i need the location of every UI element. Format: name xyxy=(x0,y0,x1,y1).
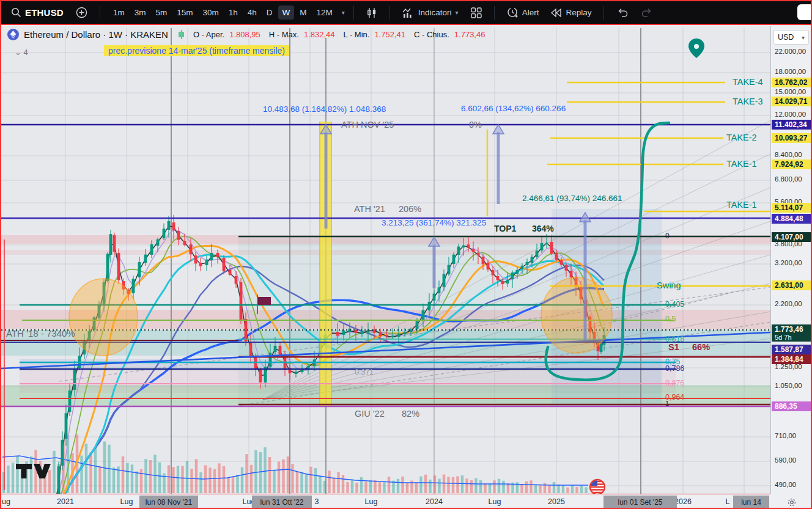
timeframe-W[interactable]: W xyxy=(278,5,295,20)
time-marker-label: lun 08 Nov '21 xyxy=(139,496,198,508)
axis-settings-corner[interactable] xyxy=(770,494,812,509)
price-label: 11.402,34 xyxy=(772,120,812,130)
redo-button[interactable] xyxy=(637,5,657,20)
candlestick-icon xyxy=(366,7,377,18)
toolbar-divider xyxy=(100,6,100,20)
chart-style-button[interactable] xyxy=(363,5,381,21)
time-tick: ug xyxy=(2,497,10,506)
price-tick: 2.200,00 xyxy=(775,300,802,307)
timeframe-D[interactable]: D xyxy=(262,5,277,20)
timeframe-4h[interactable]: 4h xyxy=(243,5,261,20)
time-marker-label: lun 31 Ott '22 xyxy=(252,496,312,508)
time-tick: L xyxy=(726,497,730,506)
ethereum-icon xyxy=(7,29,19,40)
symbol-search-button[interactable]: ETHUSD xyxy=(7,5,67,20)
timeframe-1m[interactable]: 1m xyxy=(109,5,129,20)
toolbar-divider xyxy=(603,6,604,20)
time-tick: Lug xyxy=(120,497,133,506)
gear-icon xyxy=(787,497,797,507)
compare-add-button[interactable] xyxy=(72,4,91,21)
timeframe-chevron-down-icon[interactable]: ▾ xyxy=(342,9,345,16)
toolbar-divider xyxy=(353,6,354,20)
price-tick: 490,00 xyxy=(775,481,796,488)
price-tick: 1.050,00 xyxy=(775,382,802,389)
close-label: C - Chius. xyxy=(414,30,449,39)
price-label: 1.384,84 xyxy=(772,354,812,364)
timeframe-3m[interactable]: 3m xyxy=(130,5,150,20)
time-axis[interactable]: ug2021LugLug3Lug2024Lug20252026Llun 08 N… xyxy=(1,494,770,509)
price-tick: 3.200,00 xyxy=(775,259,802,266)
indicators-icon xyxy=(402,7,415,18)
price-tick: 15.000,00 xyxy=(775,88,806,95)
search-icon xyxy=(11,7,21,18)
open-value: 1.808,95 xyxy=(229,30,260,39)
close-value: 1.773,46 xyxy=(454,30,485,39)
currency-label: USD xyxy=(778,33,794,42)
price-tick: 1.250,00 xyxy=(775,363,802,370)
price-label: 1.773,465d 7h xyxy=(772,324,812,342)
timeframe-30m[interactable]: 30m xyxy=(198,5,223,20)
replay-rewind-icon xyxy=(551,8,562,18)
timeframe-row: 1m3m5m15m30m1h4hDWM12M xyxy=(109,5,337,20)
toolbar-divider xyxy=(494,6,495,20)
bar-change-icon xyxy=(178,30,185,39)
time-tick: Lug xyxy=(365,497,378,506)
low-value: 1.752,41 xyxy=(374,30,405,39)
toolbar-divider xyxy=(389,6,390,20)
price-chart-canvas[interactable] xyxy=(1,1,812,509)
redo-icon xyxy=(641,8,653,18)
layout-grid-button[interactable] xyxy=(467,5,485,21)
price-label: 2.631,00 xyxy=(772,280,812,290)
price-label: 10.093,27 xyxy=(772,133,812,143)
timeframe-M[interactable]: M xyxy=(295,5,311,20)
timeframe-1h[interactable]: 1h xyxy=(224,5,242,20)
timeframe-15m[interactable]: 15m xyxy=(172,5,197,20)
object-tree-toggle[interactable]: ⌄ 4 xyxy=(15,48,28,57)
time-tick: 2021 xyxy=(57,497,74,506)
symbol-name: ETHUSD xyxy=(25,7,64,18)
timeframe-5m[interactable]: 5m xyxy=(151,5,171,20)
time-marker-label: lun 14 xyxy=(733,496,769,508)
price-label: 1.587,87 xyxy=(772,345,812,354)
undo-icon xyxy=(616,8,629,18)
indicators-chevron-down-icon: ▾ xyxy=(456,9,459,16)
timeframe-12M[interactable]: 12M xyxy=(312,5,337,20)
low-label: L - Min. xyxy=(344,30,370,39)
open-label: O - Aper. xyxy=(193,30,224,39)
forecast-note-label[interactable]: prec.previsione 14-mar'25 (timeframe men… xyxy=(104,45,289,56)
high-label: H - Max. xyxy=(269,30,299,39)
price-tick: 18.000,00 xyxy=(775,68,806,75)
alert-clock-icon xyxy=(507,7,519,18)
high-value: 1.832,44 xyxy=(304,30,335,39)
chart-legend: Ethereum / Dollaro · 1W · KRAKEN O - Ape… xyxy=(7,29,485,40)
price-tick: 12.000,00 xyxy=(775,111,806,118)
layout-grid-icon xyxy=(471,7,482,18)
price-tick: 22.000,00 xyxy=(775,48,806,55)
time-marker-label: lun 01 Set '25 xyxy=(603,496,677,508)
time-tick: 2025 xyxy=(548,497,565,506)
alert-label: Alert xyxy=(522,8,539,17)
currency-chevron-down-icon: ▾ xyxy=(802,34,805,41)
price-label: 886,35 xyxy=(772,401,812,411)
symbol-title[interactable]: Ethereum / Dollaro · 1W · KRAKEN xyxy=(24,29,168,40)
time-tick: 2026 xyxy=(674,497,692,506)
currency-dropdown[interactable]: USD ▾ xyxy=(773,30,809,45)
price-scale[interactable]: USD ▾ 22.000,0018.000,0015.000,0012.000,… xyxy=(770,26,812,494)
time-tick: 3 xyxy=(315,497,319,506)
replay-button[interactable]: Replay xyxy=(547,5,595,20)
time-tick: 2024 xyxy=(426,497,443,506)
price-label: 5.114,07 xyxy=(772,203,812,213)
panel-toggle-button[interactable] xyxy=(797,4,812,20)
price-label: 4.884,48 xyxy=(772,214,812,224)
trading-app-window: ETHUSD 1m3m5m15m30m1h4hDWM12M ▾ Indicato… xyxy=(0,0,812,509)
replay-label: Replay xyxy=(566,8,591,17)
price-label: 7.924,92 xyxy=(772,159,812,169)
price-tick: 590,00 xyxy=(775,456,796,464)
alert-button[interactable]: Alert xyxy=(503,4,543,21)
indicators-button[interactable]: Indicatori ▾ xyxy=(399,5,462,21)
undo-button[interactable] xyxy=(613,5,632,20)
price-tick: 710,00 xyxy=(775,432,796,439)
price-tick: 8.400,00 xyxy=(775,151,802,158)
time-tick: Lug xyxy=(489,497,501,506)
object-count: 4 xyxy=(24,48,28,57)
